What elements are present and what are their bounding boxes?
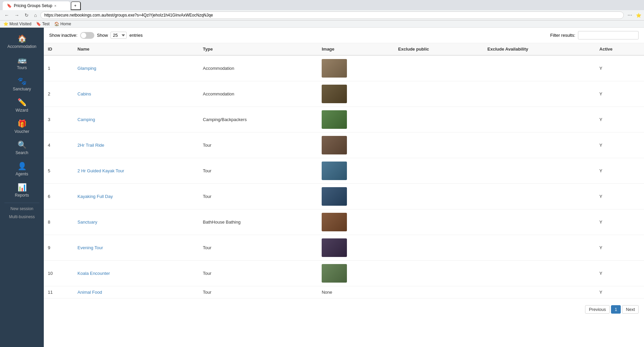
more-options-button[interactable]: ⋯ bbox=[626, 12, 634, 19]
cell-exclude-public bbox=[394, 209, 483, 235]
bookmark-home[interactable]: 🏠 Home bbox=[54, 22, 71, 26]
entries-label: entries bbox=[129, 33, 142, 38]
filter-input[interactable] bbox=[578, 31, 639, 39]
col-header-id: ID bbox=[44, 43, 73, 55]
table-row: 9Evening TourTourY bbox=[44, 235, 644, 261]
sidebar-item-agents[interactable]: 👤 Agents bbox=[0, 158, 44, 180]
cell-image bbox=[318, 261, 394, 286]
table-row: 11Animal FoodTourNoneY bbox=[44, 286, 644, 298]
sidebar: 🏠 Accommodation 🚌 Tours 🐾 Sanctuary ✏️ W… bbox=[0, 28, 44, 347]
sidebar-item-label: Reports bbox=[15, 193, 29, 198]
sidebar-item-label: Tours bbox=[17, 65, 27, 70]
cell-image bbox=[318, 158, 394, 184]
cell-name[interactable]: Kayaking Full Day bbox=[73, 184, 199, 209]
entries-select[interactable]: 25 10 50 100 bbox=[110, 32, 127, 39]
sidebar-item-label: Accommodation bbox=[7, 44, 36, 49]
col-header-active: Active bbox=[595, 43, 644, 55]
sidebar-item-label: Search bbox=[15, 150, 28, 155]
table-row: 8SanctuaryBathHouse BathingY bbox=[44, 209, 644, 235]
cell-image bbox=[318, 235, 394, 261]
cell-exclude-public bbox=[394, 107, 483, 133]
cell-type: Tour bbox=[199, 158, 318, 184]
cell-name[interactable]: Cabins bbox=[73, 81, 199, 107]
cell-name[interactable]: Glamping bbox=[73, 55, 199, 81]
table-row: 6Kayaking Full DayTourY bbox=[44, 184, 644, 209]
cell-id: 1 bbox=[44, 55, 73, 81]
sanctuary-icon: 🐾 bbox=[18, 77, 27, 86]
bookmark-most-visited[interactable]: ⭐ Most Visited bbox=[3, 22, 31, 26]
table-wrapper: ID Name Type Image Exclude public Exclud… bbox=[44, 43, 644, 302]
cell-active: Y bbox=[595, 55, 644, 81]
cell-name[interactable]: Sanctuary bbox=[73, 209, 199, 235]
cell-exclude-public bbox=[394, 261, 483, 286]
sidebar-item-search[interactable]: 🔍 Search bbox=[0, 137, 44, 158]
cell-active: Y bbox=[595, 158, 644, 184]
cell-active: Y bbox=[595, 107, 644, 133]
cell-name[interactable]: 2Hr Trail Ride bbox=[73, 133, 199, 158]
cell-exclude-availability bbox=[483, 209, 595, 235]
sidebar-item-reports[interactable]: 📊 Reports bbox=[0, 180, 44, 201]
back-button[interactable]: ← bbox=[3, 12, 11, 19]
show-label: Show bbox=[97, 33, 108, 38]
multi-business-link[interactable]: Multi-business bbox=[0, 213, 44, 221]
cell-id: 2 bbox=[44, 81, 73, 107]
cell-id: 10 bbox=[44, 261, 73, 286]
cell-name[interactable]: 2 Hr Guided Kayak Tour bbox=[73, 158, 199, 184]
search-icon: 🔍 bbox=[18, 141, 27, 149]
bookmark-test[interactable]: 🔖 Test bbox=[36, 22, 50, 26]
cell-active: Y bbox=[595, 184, 644, 209]
show-inactive-toggle[interactable] bbox=[80, 32, 94, 39]
sidebar-item-label: Sanctuary bbox=[13, 87, 31, 91]
forward-button[interactable]: → bbox=[13, 12, 21, 19]
new-tab-button[interactable]: + bbox=[71, 1, 81, 10]
home-button[interactable]: ⌂ bbox=[32, 12, 38, 19]
next-page-button[interactable]: Next bbox=[622, 305, 639, 314]
cell-type: BathHouse Bathing bbox=[199, 209, 318, 235]
cell-name[interactable]: Animal Food bbox=[73, 286, 199, 298]
table-row: 42Hr Trail RideTourY bbox=[44, 133, 644, 158]
reload-button[interactable]: ↻ bbox=[23, 12, 30, 19]
new-session-link[interactable]: New session bbox=[0, 205, 44, 213]
filter-label: Filter results: bbox=[550, 33, 575, 38]
cell-exclude-availability bbox=[483, 107, 595, 133]
previous-page-button[interactable]: Previous bbox=[585, 305, 610, 314]
page-1-button[interactable]: 1 bbox=[611, 305, 621, 314]
sidebar-item-tours[interactable]: 🚌 Tours bbox=[0, 52, 44, 74]
sidebar-item-label: Wizard bbox=[15, 108, 28, 113]
browser-controls: ← → ↻ ⌂ ⋯ ⭐ bbox=[0, 10, 644, 21]
cell-exclude-availability bbox=[483, 261, 595, 286]
sidebar-item-voucher[interactable]: 🎁 Voucher bbox=[0, 116, 44, 137]
col-header-type: Type bbox=[199, 43, 318, 55]
cell-image bbox=[318, 55, 394, 81]
cell-image: None bbox=[318, 286, 394, 298]
browser-chrome: 🔖 Pricing Groups Setup × + bbox=[0, 0, 644, 10]
cell-name[interactable]: Camping bbox=[73, 107, 199, 133]
entries-row: Show 25 10 50 100 entries bbox=[97, 32, 143, 39]
sidebar-item-sanctuary[interactable]: 🐾 Sanctuary bbox=[0, 74, 44, 95]
cell-exclude-availability bbox=[483, 81, 595, 107]
col-header-name: Name bbox=[73, 43, 199, 55]
cell-exclude-public bbox=[394, 158, 483, 184]
browser-tab[interactable]: 🔖 Pricing Groups Setup × bbox=[3, 1, 70, 10]
cell-image bbox=[318, 184, 394, 209]
cell-name[interactable]: Evening Tour bbox=[73, 235, 199, 261]
cell-exclude-availability bbox=[483, 184, 595, 209]
sidebar-item-wizard[interactable]: ✏️ Wizard bbox=[0, 95, 44, 116]
sidebar-item-accommodation[interactable]: 🏠 Accommodation bbox=[0, 31, 44, 52]
data-table: ID Name Type Image Exclude public Exclud… bbox=[44, 43, 644, 298]
cell-active: Y bbox=[595, 235, 644, 261]
cell-id: 9 bbox=[44, 235, 73, 261]
tab-close-button[interactable]: × bbox=[54, 4, 56, 8]
cell-id: 3 bbox=[44, 107, 73, 133]
cell-type: Tour bbox=[199, 133, 318, 158]
cell-type: Tour bbox=[199, 286, 318, 298]
col-header-exclude-availability: Exclude Availability bbox=[483, 43, 595, 55]
cell-type: Camping/Backpackers bbox=[199, 107, 318, 133]
reports-icon: 📊 bbox=[18, 183, 27, 192]
bookmarks-bar: ⭐ Most Visited 🔖 Test 🏠 Home bbox=[0, 21, 644, 28]
cell-name[interactable]: Koala Encounter bbox=[73, 261, 199, 286]
cell-exclude-availability bbox=[483, 158, 595, 184]
address-bar[interactable] bbox=[40, 11, 624, 19]
cell-type: Tour bbox=[199, 235, 318, 261]
cell-exclude-availability bbox=[483, 133, 595, 158]
